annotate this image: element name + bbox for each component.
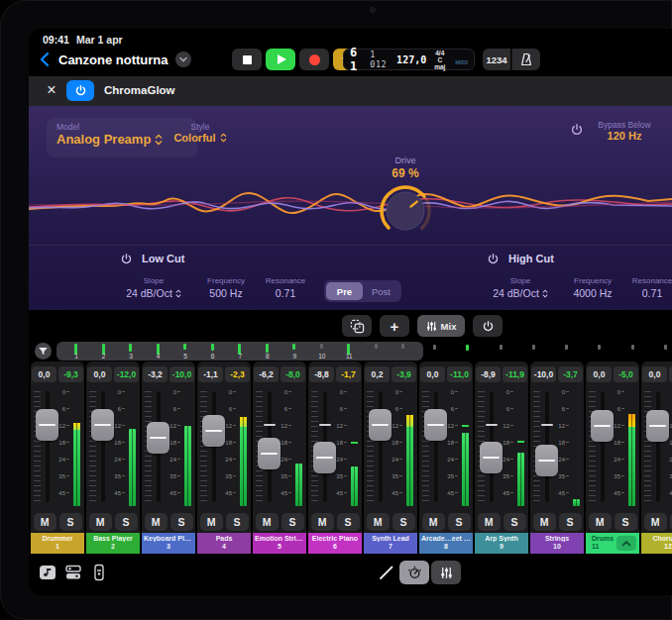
mute-button[interactable]: M xyxy=(34,513,56,531)
fader-handle[interactable] xyxy=(36,409,58,441)
volume-value[interactable]: 0,0 xyxy=(420,366,445,382)
peak-value[interactable]: -12,0 xyxy=(114,366,139,382)
track-label[interactable]: Synth Lead7 xyxy=(364,533,417,554)
peak-value[interactable]: -10,0 xyxy=(169,366,194,382)
pencil-icon[interactable] xyxy=(378,564,395,581)
metronome-button[interactable] xyxy=(511,49,540,70)
mute-button[interactable]: M xyxy=(589,513,612,531)
style-dropdown[interactable]: Style Colorful xyxy=(156,122,245,144)
mute-button[interactable]: M xyxy=(533,513,556,531)
duplicate-button[interactable] xyxy=(342,315,372,337)
overview-slot[interactable]: 8 xyxy=(254,342,281,361)
high-cut-frequency[interactable]: Frequency 4000 Hz xyxy=(562,276,623,299)
plugins-button[interactable] xyxy=(62,562,84,583)
track-label[interactable]: Strings10 xyxy=(530,533,584,554)
peak-value[interactable]: -5,0 xyxy=(614,366,638,382)
overview-slot[interactable] xyxy=(363,342,391,361)
fader-handle[interactable] xyxy=(424,409,447,441)
volume-value[interactable]: -10,0 xyxy=(531,366,556,382)
overview-slot[interactable]: 4 xyxy=(145,342,172,361)
mute-button[interactable]: M xyxy=(311,513,334,531)
drive-knob[interactable] xyxy=(377,182,434,240)
overview-visible-region[interactable]: 1234567891011 xyxy=(56,342,423,361)
fader-handle[interactable] xyxy=(258,438,280,469)
solo-button[interactable]: S xyxy=(559,513,582,531)
peak-value[interactable]: -1,7 xyxy=(336,366,361,382)
low-cut-slope[interactable]: Slope 24 dB/Oct xyxy=(112,276,195,299)
track-label[interactable]: Chorus V12 xyxy=(641,533,672,554)
low-cut-resonance[interactable]: Resonance 0.71 xyxy=(257,276,314,299)
filter-button[interactable] xyxy=(35,343,52,360)
mixer-power-button[interactable] xyxy=(473,315,503,337)
song-title[interactable]: Canzone notturna xyxy=(58,52,168,67)
peak-value[interactable]: -2,3 xyxy=(225,366,250,382)
post-button[interactable]: Post xyxy=(363,282,399,300)
collapse-button[interactable] xyxy=(616,536,636,551)
loops-browser-button[interactable] xyxy=(37,562,58,583)
fader-handle[interactable] xyxy=(480,442,503,473)
solo-button[interactable]: S xyxy=(392,513,415,531)
level-control[interactable]: Level 0.0 xyxy=(667,120,672,142)
lcd-display[interactable]: 6 1 1 012 127,0 4/4 C maj MIDI xyxy=(343,49,475,70)
plugin-power-button[interactable] xyxy=(66,80,94,101)
solo-button[interactable]: S xyxy=(59,513,82,531)
solo-button[interactable]: S xyxy=(170,513,193,531)
solo-button[interactable]: S xyxy=(281,513,304,531)
peak-value[interactable]: -9,3 xyxy=(58,366,83,382)
peak-value[interactable]: -3,9 xyxy=(392,366,416,382)
close-icon[interactable]: × xyxy=(43,81,60,99)
mix-view-button[interactable]: Mix xyxy=(417,315,465,337)
overview-slot[interactable]: 3 xyxy=(117,342,145,361)
fader-strip-button[interactable] xyxy=(88,562,110,583)
track-label[interactable]: Bass Player2 xyxy=(86,533,140,554)
fader-handle[interactable] xyxy=(147,422,169,454)
overview-slot[interactable]: 6 xyxy=(199,342,227,361)
overview-slot[interactable]: 10 xyxy=(308,342,336,361)
track-label[interactable]: Electric Piano6 xyxy=(308,533,362,554)
volume-value[interactable]: 0,0 xyxy=(32,366,56,382)
play-button[interactable] xyxy=(266,49,295,70)
track-label[interactable]: Arp Synth9 xyxy=(475,533,528,554)
fader-handle[interactable] xyxy=(91,409,114,441)
mute-button[interactable]: M xyxy=(145,513,168,531)
low-cut-power-icon[interactable] xyxy=(120,253,133,265)
back-chevron-icon[interactable] xyxy=(37,51,55,68)
song-menu-button[interactable] xyxy=(175,52,191,67)
fader-handle[interactable] xyxy=(313,442,336,473)
overview-slot[interactable]: 1 xyxy=(62,342,90,361)
solo-button[interactable]: S xyxy=(115,513,138,531)
count-in-button[interactable]: 1234 xyxy=(483,49,510,70)
high-cut-resonance[interactable]: Resonance 0.71 xyxy=(623,276,672,299)
high-cut-power-icon[interactable] xyxy=(487,253,500,265)
volume-value[interactable]: 0,2 xyxy=(365,366,390,382)
overview-slot[interactable]: 9 xyxy=(280,342,308,361)
overview-slot[interactable] xyxy=(390,342,417,361)
peak-value[interactable]: -8,0 xyxy=(280,366,305,382)
overview-slot[interactable]: 11 xyxy=(335,342,363,361)
fader-handle[interactable] xyxy=(591,410,614,442)
track-label[interactable]: Drums11 xyxy=(586,533,639,554)
record-button[interactable] xyxy=(299,49,329,70)
volume-value[interactable]: -3,2 xyxy=(143,366,168,382)
fader-handle[interactable] xyxy=(535,445,558,476)
volume-value[interactable]: 0,0 xyxy=(642,366,667,382)
mute-button[interactable]: M xyxy=(89,513,112,531)
mute-button[interactable]: M xyxy=(644,513,667,531)
solo-button[interactable]: S xyxy=(337,513,360,531)
mute-button[interactable]: M xyxy=(367,513,390,531)
fader-handle[interactable] xyxy=(646,410,669,442)
track-label[interactable]: Keyboard Player3 xyxy=(142,533,195,554)
low-cut-frequency[interactable]: Frequency 500 Hz xyxy=(195,276,257,299)
mute-button[interactable]: M xyxy=(422,513,445,531)
overview-rest[interactable] xyxy=(429,342,671,361)
mute-button[interactable]: M xyxy=(256,513,279,531)
solo-button[interactable]: S xyxy=(448,513,471,531)
fader-handle[interactable] xyxy=(202,415,225,447)
volume-value[interactable]: -8,8 xyxy=(309,366,334,382)
pre-button[interactable]: Pre xyxy=(326,282,363,300)
mute-button[interactable]: M xyxy=(200,513,223,531)
solo-button[interactable]: S xyxy=(226,513,249,531)
peak-value[interactable]: -11,0 xyxy=(447,366,472,382)
peak-value[interactable]: -3,7 xyxy=(558,366,583,382)
track-label[interactable]: Arcade…eet Pad8 xyxy=(419,533,473,554)
